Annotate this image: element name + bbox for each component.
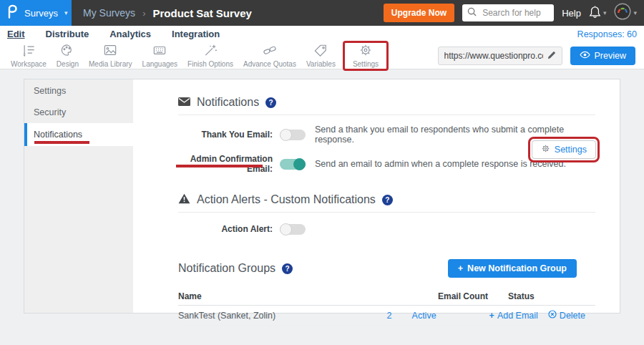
section-title-notifications: Notifications xyxy=(197,96,259,109)
notification-groups-table: Name Email Count Status SankTest (Sanket… xyxy=(178,287,595,326)
plus-icon: + xyxy=(458,263,463,273)
toolbar-item-languages[interactable]: Languages xyxy=(137,44,183,68)
top-bar-actions: Upgrade Now Help ▾ ▾ xyxy=(384,3,644,23)
action-alerts-section: Action Alerts - Custom Notifications ? A… xyxy=(178,193,595,236)
gear-icon xyxy=(541,144,550,155)
annotation-notifications-underline xyxy=(34,141,89,144)
edit-toolbar: Workspace Design Media Library Languages xyxy=(0,42,644,69)
chevron-down-icon: ▾ xyxy=(603,9,607,16)
breadcrumb-separator-icon: › xyxy=(142,8,145,19)
survey-nav: Edit Distribute Analytics Integration Re… xyxy=(0,26,644,42)
delete-link[interactable]: Delete xyxy=(548,310,585,321)
sidebar-item-notifications[interactable]: Notifications xyxy=(24,123,133,146)
search-input[interactable] xyxy=(481,7,549,19)
sidebar-item-settings[interactable]: Settings xyxy=(24,80,133,102)
chevron-down-icon: ▾ xyxy=(633,9,637,16)
column-header-status: Status xyxy=(508,291,585,301)
new-notification-group-button[interactable]: + New Notification Group xyxy=(448,259,577,278)
settings-card: Settings Security Notifications Notifica… xyxy=(24,79,620,314)
upgrade-now-button[interactable]: Upgrade Now xyxy=(384,4,454,22)
group-actions: + Add Email Delete xyxy=(489,310,595,321)
column-header-email-count: Email Count xyxy=(438,291,488,301)
preview-button[interactable]: Preview xyxy=(570,47,635,65)
divider xyxy=(178,212,595,213)
responses-count[interactable]: Responses: 60 xyxy=(577,29,637,39)
variables-icon xyxy=(313,44,328,59)
warning-triangle-icon xyxy=(178,193,190,207)
help-link[interactable]: Help xyxy=(562,8,581,19)
breadcrumb-my-surveys[interactable]: My Surveys xyxy=(83,7,135,19)
product-menu[interactable]: Surveys ▾ xyxy=(0,0,72,26)
tab-distribute[interactable]: Distribute xyxy=(46,29,89,39)
finish-options-icon xyxy=(203,44,218,59)
app-window: Surveys ▾ My Surveys › Product Sat Surve… xyxy=(0,0,644,345)
eye-icon xyxy=(580,51,590,61)
help-search[interactable] xyxy=(462,4,554,21)
help-icon[interactable]: ? xyxy=(382,195,393,205)
group-status-link[interactable]: Active xyxy=(412,311,489,321)
notification-groups-header: Notification Groups ? + New Notification… xyxy=(178,259,595,278)
notifications-panel: Notifications ? Thank You Email: Send a … xyxy=(133,79,620,313)
design-icon xyxy=(60,44,74,59)
action-alert-toggle[interactable] xyxy=(280,224,306,235)
admin-email-settings-button[interactable]: Settings xyxy=(532,140,596,159)
toolbar-item-media-library[interactable]: Media Library xyxy=(84,44,137,68)
top-bar: Surveys ▾ My Surveys › Product Sat Surve… xyxy=(0,0,644,26)
action-alerts-section-header: Action Alerts - Custom Notifications ? xyxy=(178,193,595,207)
media-library-icon xyxy=(103,44,117,59)
annotation-settings-toolbar-box: Settings xyxy=(343,41,389,71)
table-header-row: Name Email Count Status xyxy=(178,287,595,306)
action-alert-label: Action Alert: xyxy=(178,224,273,234)
survey-title: Product Sat Survey xyxy=(152,7,251,19)
toolbar-item-variables[interactable]: Variables xyxy=(301,44,341,68)
settings-sidebar: Settings Security Notifications xyxy=(24,79,133,313)
breadcrumb: My Surveys › Product Sat Survey xyxy=(83,7,252,19)
toolbar-item-advance-quotas[interactable]: Advance Quotas xyxy=(238,44,301,68)
toggle-knob xyxy=(280,223,292,235)
tab-integration[interactable]: Integration xyxy=(172,29,220,39)
notifications-bell-menu[interactable]: ▾ xyxy=(589,5,607,21)
settings-gear-icon xyxy=(358,44,373,59)
circle-x-icon xyxy=(548,310,557,321)
survey-url-box[interactable]: https://www.questionpro.com/t/. xyxy=(438,47,562,65)
sidebar-item-security[interactable]: Security xyxy=(24,102,133,123)
help-icon[interactable]: ? xyxy=(282,263,293,274)
help-icon[interactable]: ? xyxy=(265,97,276,108)
languages-icon xyxy=(152,44,167,59)
divider xyxy=(178,115,595,115)
product-menu-label: Surveys xyxy=(24,8,58,19)
survey-url: https://www.questionpro.com/t/. xyxy=(444,51,543,61)
group-email-count-link[interactable]: 2 xyxy=(342,311,392,321)
plus-icon: + xyxy=(489,311,494,321)
toolbar-right: https://www.questionpro.com/t/. Preview xyxy=(438,47,635,65)
annotation-admin-email-underline xyxy=(176,165,263,167)
toolbar-item-settings[interactable]: Settings xyxy=(348,44,384,68)
search-icon xyxy=(467,6,477,19)
add-email-link[interactable]: + Add Email xyxy=(489,311,538,321)
notifications-section-header: Notifications ? xyxy=(178,95,595,110)
thank-you-email-label: Thank You Email: xyxy=(178,130,273,140)
thank-you-email-toggle[interactable] xyxy=(280,130,306,140)
chevron-down-icon: ▾ xyxy=(64,9,68,16)
toolbar-item-design[interactable]: Design xyxy=(52,44,84,68)
advance-quotas-icon xyxy=(263,44,277,59)
account-menu[interactable]: ▾ xyxy=(614,3,637,23)
section-title-notification-groups: Notification Groups xyxy=(178,262,275,275)
tab-edit[interactable]: Edit xyxy=(7,29,25,39)
tab-analytics[interactable]: Analytics xyxy=(109,29,151,39)
admin-confirmation-email-label: Admin Confirmation Email: xyxy=(178,154,273,174)
toolbar-item-workspace[interactable]: Workspace xyxy=(6,44,52,68)
admin-confirmation-email-toggle[interactable] xyxy=(280,159,306,170)
group-name: SankTest (Sanket, Zolin) xyxy=(178,311,342,321)
toggle-knob xyxy=(293,158,306,170)
toolbar-item-finish-options[interactable]: Finish Options xyxy=(182,44,238,68)
avatar xyxy=(614,3,631,23)
envelope-icon xyxy=(178,96,190,109)
bell-icon xyxy=(589,5,601,21)
table-row: SankTest (Sanket, Zolin) 2 Active + Add … xyxy=(178,306,595,326)
column-header-name: Name xyxy=(178,291,438,301)
annotation-settings-button-box: Settings xyxy=(528,137,600,162)
edit-pencil-icon[interactable] xyxy=(547,49,556,62)
section-title-action-alerts: Action Alerts - Custom Notifications xyxy=(197,193,376,206)
questionpro-logo-icon xyxy=(7,4,18,21)
